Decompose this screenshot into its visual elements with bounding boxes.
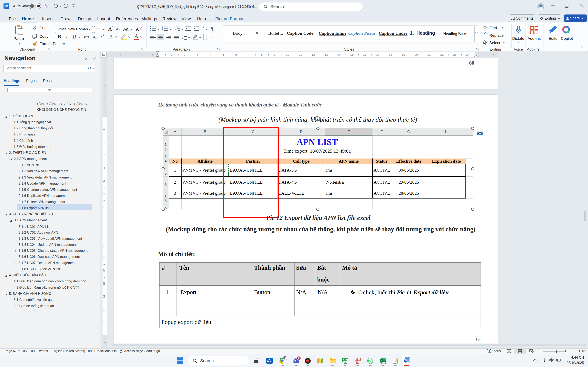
svg-text:c: c bbox=[485, 35, 486, 37]
svg-text:i: i bbox=[359, 359, 359, 360]
svg-text:A: A bbox=[202, 26, 204, 29]
svg-text:u: u bbox=[356, 359, 357, 360]
svg-text:3: 3 bbox=[162, 30, 163, 31]
svg-text:W: W bbox=[4, 4, 8, 8]
svg-text:A: A bbox=[109, 34, 113, 39]
svg-text:n: n bbox=[357, 361, 358, 363]
svg-text:A: A bbox=[135, 33, 138, 39]
svg-text:W: W bbox=[404, 359, 407, 362]
svg-text:i: i bbox=[176, 30, 176, 31]
svg-text:X: X bbox=[381, 360, 382, 363]
svg-text:T: T bbox=[294, 360, 296, 363]
svg-text:Z: Z bbox=[202, 29, 204, 32]
svg-text:b: b bbox=[483, 33, 484, 36]
